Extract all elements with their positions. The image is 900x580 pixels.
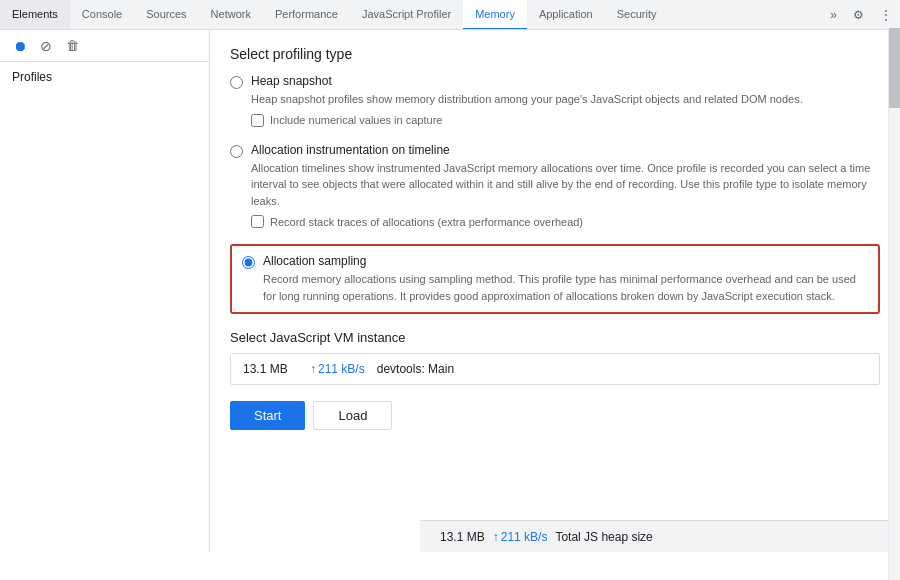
include-numerical-label[interactable]: Include numerical values in capture (270, 114, 442, 126)
allocation-sampling-content: Allocation sampling Record memory alloca… (263, 254, 868, 304)
include-numerical-checkbox[interactable] (251, 114, 264, 127)
allocation-instrumentation-checkbox-row: Record stack traces of allocations (extr… (251, 215, 880, 228)
vm-section-title: Select JavaScript VM instance (230, 330, 880, 345)
record-stack-traces-label[interactable]: Record stack traces of allocations (extr… (270, 216, 583, 228)
tab-security[interactable]: Security (605, 0, 669, 30)
gear-icon: ⚙ (853, 8, 864, 22)
tab-elements[interactable]: Elements (0, 0, 70, 30)
stop-icon: ⊘ (40, 38, 52, 54)
sidebar: ⏺ ⊘ 🗑 Profiles (0, 30, 210, 552)
tab-network[interactable]: Network (199, 0, 263, 30)
allocation-instrumentation-radio[interactable] (230, 145, 243, 158)
status-bar: 13.1 MB ↑ 211 kB/s Total JS heap size (420, 520, 900, 552)
clear-button[interactable]: 🗑 (60, 34, 84, 58)
status-label: Total JS heap size (555, 530, 652, 544)
vm-size: 13.1 MB (243, 362, 298, 376)
load-button[interactable]: Load (313, 401, 392, 430)
heap-snapshot-option: Heap snapshot Heap snapshot profiles sho… (230, 74, 880, 127)
allocation-instrumentation-content: Allocation instrumentation on timeline A… (251, 143, 880, 229)
allocation-sampling-desc: Record memory allocations using sampling… (263, 271, 868, 304)
allocation-sampling-radio[interactable] (242, 256, 255, 269)
main-layout: ⏺ ⊘ 🗑 Profiles Select profiling type Hea… (0, 30, 900, 552)
tab-memory[interactable]: Memory (463, 0, 527, 30)
heap-snapshot-content: Heap snapshot Heap snapshot profiles sho… (251, 74, 880, 127)
status-size: 13.1 MB (440, 530, 485, 544)
tab-sources[interactable]: Sources (134, 0, 198, 30)
record-icon: ⏺ (13, 38, 27, 54)
vm-arrow-icon: ↑ (310, 362, 316, 376)
allocation-instrumentation-option: Allocation instrumentation on timeline A… (230, 143, 880, 229)
content-area: Select profiling type Heap snapshot Heap… (210, 30, 900, 552)
status-rate: ↑ 211 kB/s (493, 530, 548, 544)
allocation-sampling-label[interactable]: Allocation sampling (263, 254, 366, 268)
vm-rate: ↑ 211 kB/s (310, 362, 365, 376)
tab-console[interactable]: Console (70, 0, 134, 30)
allocation-sampling-option: Allocation sampling Record memory alloca… (230, 244, 880, 314)
vm-name: devtools: Main (377, 362, 454, 376)
record-button[interactable]: ⏺ (8, 34, 32, 58)
heap-snapshot-label[interactable]: Heap snapshot (251, 74, 332, 88)
profiles-label: Profiles (0, 62, 209, 92)
allocation-instrumentation-desc: Allocation timelines show instrumented J… (251, 160, 880, 210)
tab-javascript-profiler[interactable]: JavaScript Profiler (350, 0, 463, 30)
tab-application[interactable]: Application (527, 0, 605, 30)
vm-instance-row[interactable]: 13.1 MB ↑ 211 kB/s devtools: Main (231, 354, 879, 384)
menu-button[interactable]: ⋮ (872, 0, 900, 30)
more-tabs-button[interactable]: » (822, 0, 845, 30)
settings-button[interactable]: ⚙ (845, 0, 872, 30)
allocation-instrumentation-label[interactable]: Allocation instrumentation on timeline (251, 143, 450, 157)
start-button[interactable]: Start (230, 401, 305, 430)
vm-instance-table: 13.1 MB ↑ 211 kB/s devtools: Main (230, 353, 880, 385)
select-type-title: Select profiling type (230, 46, 880, 62)
more-tabs-icon: » (830, 8, 837, 22)
vm-rate-value: 211 kB/s (318, 362, 365, 376)
scrollbar-track[interactable] (888, 28, 900, 580)
tab-performance[interactable]: Performance (263, 0, 350, 30)
status-rate-value: 211 kB/s (501, 530, 548, 544)
stop-button[interactable]: ⊘ (34, 34, 58, 58)
status-arrow-icon: ↑ (493, 530, 499, 544)
action-buttons: Start Load (230, 401, 880, 470)
dots-icon: ⋮ (880, 8, 892, 22)
heap-snapshot-desc: Heap snapshot profiles show memory distr… (251, 91, 880, 108)
heap-snapshot-checkbox-row: Include numerical values in capture (251, 114, 880, 127)
sidebar-toolbar: ⏺ ⊘ 🗑 (0, 30, 209, 62)
trash-icon: 🗑 (66, 38, 79, 53)
heap-snapshot-radio[interactable] (230, 76, 243, 89)
tab-bar: Elements Console Sources Network Perform… (0, 0, 900, 30)
record-stack-traces-checkbox[interactable] (251, 215, 264, 228)
scrollbar-thumb[interactable] (889, 28, 900, 108)
